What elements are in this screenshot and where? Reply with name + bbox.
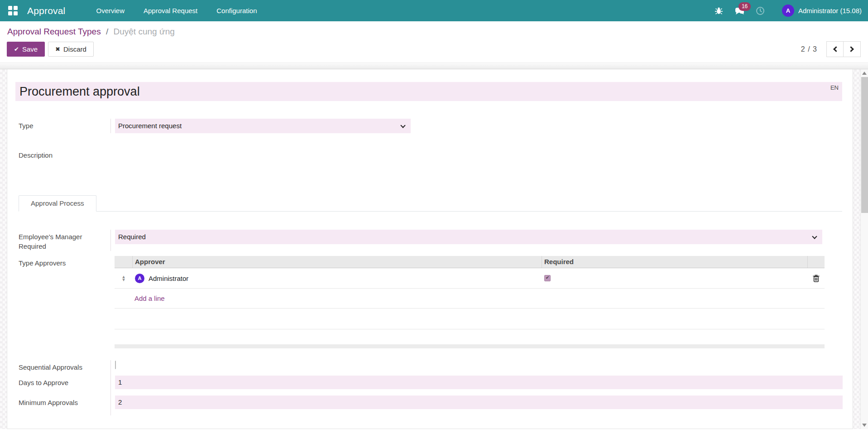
control-panel: Approval Request Types / Duyệt cung ứng …	[0, 21, 868, 63]
save-button[interactable]: ✔ Save	[7, 42, 45, 57]
description-textarea[interactable]	[115, 148, 853, 189]
breadcrumb-current: Duyệt cung ứng	[114, 27, 175, 36]
table-row[interactable]: A Administrator	[115, 268, 825, 289]
pager-value: 2 / 3	[801, 45, 817, 53]
table-footer	[115, 344, 825, 348]
drag-handle-icon[interactable]	[117, 275, 130, 281]
bug-icon	[715, 6, 723, 15]
field-row-description: Description	[7, 148, 853, 195]
handle-column-header	[115, 256, 133, 268]
field-row-type-approvers: Type Approvers Approver Required	[7, 256, 853, 348]
form-sheet: Procurement approval EN Type Procurement…	[7, 69, 853, 429]
messages-button[interactable]: 16	[729, 0, 750, 21]
clock-icon	[756, 6, 765, 15]
bottom-field-group: Sequential Approvals Days to Approve 1 M…	[7, 360, 853, 415]
form-statusbar	[0, 63, 868, 69]
activities-button[interactable]	[750, 0, 770, 21]
notebook-tabs: Approval Process	[19, 195, 842, 212]
field-row-sequential: Sequential Approvals	[7, 360, 853, 376]
control-panel-buttons: ✔ Save ✖ Discard 2 / 3	[7, 41, 861, 57]
chevron-down-icon	[400, 123, 405, 128]
chevron-left-icon	[833, 46, 839, 52]
minimum-approvals-input[interactable]: 2	[115, 396, 843, 409]
menu-item-approval-request[interactable]: Approval Request	[134, 0, 207, 21]
debug-bug-icon[interactable]	[709, 0, 729, 21]
user-menu[interactable]: A Administrator (15.08)	[770, 0, 868, 21]
pager-next-button[interactable]	[844, 41, 861, 57]
record-title: Procurement approval	[15, 82, 842, 101]
record-title-field[interactable]: Procurement approval EN	[15, 82, 842, 101]
approver-column-header[interactable]: Approver	[133, 256, 542, 268]
field-row-minimum-approvals: Minimum Approvals 2	[7, 396, 853, 415]
user-avatar: A	[782, 5, 794, 17]
field-row-days-to-approve: Days to Approve 1	[7, 376, 853, 396]
days-to-approve-label: Days to Approve	[19, 376, 110, 396]
type-select-value: Procurement request	[118, 122, 182, 130]
empty-table-row	[115, 309, 825, 329]
user-name: Administrator (15.08)	[798, 7, 862, 14]
triangle-down-icon	[862, 424, 867, 427]
check-icon: ✔	[14, 46, 19, 53]
language-badge[interactable]: EN	[830, 84, 839, 91]
delete-column-header	[808, 256, 825, 268]
field-row-manager-required: Employee's Manager Required Required	[7, 230, 853, 251]
sequential-approvals-checkbox[interactable]	[115, 361, 116, 369]
navbar-systray: 16 A Administrator (15.08)	[709, 0, 868, 21]
type-approvers-label: Type Approvers	[19, 256, 110, 348]
scroll-down-button[interactable]	[861, 421, 868, 429]
main-menu: Overview Approval Request Configuration	[86, 0, 266, 21]
field-row-type: Type Procurement request	[7, 119, 853, 133]
discard-button-label: Discard	[63, 45, 86, 53]
x-icon: ✖	[55, 46, 60, 53]
minimum-approvals-label: Minimum Approvals	[19, 396, 110, 415]
manager-required-label: Employee's Manager Required	[19, 230, 110, 251]
top-navbar: Approval Overview Approval Request Confi…	[0, 0, 868, 21]
scroll-up-button[interactable]	[861, 69, 868, 77]
days-to-approve-input[interactable]: 1	[115, 376, 843, 389]
manager-required-value: Required	[118, 233, 146, 241]
breadcrumb-separator: /	[106, 27, 108, 36]
manager-required-select[interactable]: Required	[115, 230, 822, 244]
breadcrumb-parent-link[interactable]: Approval Request Types	[7, 27, 101, 36]
delete-row-button[interactable]	[810, 275, 822, 282]
tab-approval-process[interactable]: Approval Process	[19, 195, 96, 212]
breadcrumb: Approval Request Types / Duyệt cung ứng	[7, 26, 861, 41]
chevron-down-icon	[812, 234, 817, 239]
triangle-up-icon	[862, 72, 867, 75]
menu-item-overview[interactable]: Overview	[86, 0, 134, 21]
approvers-table: Approver Required A Administrator	[115, 256, 825, 348]
pager-previous-button[interactable]	[826, 41, 844, 57]
required-checkbox[interactable]	[544, 275, 551, 281]
approver-name[interactable]: Administrator	[149, 275, 188, 282]
save-button-label: Save	[22, 45, 38, 53]
trash-icon	[813, 275, 820, 282]
add-a-line-link[interactable]: Add a line	[115, 294, 165, 302]
approver-avatar: A	[135, 274, 144, 283]
sequential-approvals-label: Sequential Approvals	[19, 360, 110, 376]
required-column-header[interactable]: Required	[542, 256, 808, 268]
record-pager: 2 / 3	[801, 41, 861, 57]
table-spacer	[115, 329, 825, 344]
type-select[interactable]: Procurement request	[115, 119, 411, 133]
menu-item-configuration[interactable]: Configuration	[207, 0, 266, 21]
type-label: Type	[19, 119, 110, 133]
description-label: Description	[19, 148, 110, 195]
messages-count-badge: 16	[739, 2, 751, 11]
scrollbar-thumb[interactable]	[861, 77, 868, 213]
chevron-right-icon	[848, 46, 854, 52]
approvers-table-header: Approver Required	[115, 256, 825, 268]
app-brand[interactable]: Approval	[27, 5, 65, 16]
discard-button[interactable]: ✖ Discard	[48, 42, 94, 57]
content-area: Procurement approval EN Type Procurement…	[0, 69, 868, 429]
vertical-scrollbar[interactable]	[860, 69, 868, 429]
apps-grid-icon[interactable]	[8, 6, 18, 15]
add-line-row: Add a line	[115, 289, 825, 309]
